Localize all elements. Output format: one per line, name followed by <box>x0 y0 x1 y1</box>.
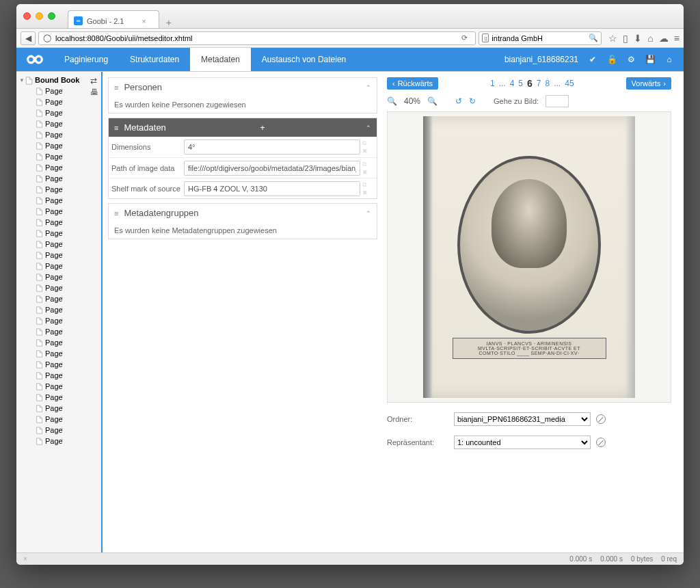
tree-page-item[interactable]: Page <box>18 337 90 348</box>
copy-icon[interactable]: ⧉ <box>362 139 377 147</box>
reload-icon[interactable]: ⟳ <box>457 34 471 42</box>
tree-page-item[interactable]: Page <box>18 173 90 184</box>
unlock-icon[interactable]: 🔓 <box>607 55 617 64</box>
app-logo-icon[interactable] <box>25 49 45 70</box>
minimize-window-button[interactable] <box>36 12 43 20</box>
panel-header-personen[interactable]: ≡ Personen ⌃ <box>109 78 377 96</box>
search-input[interactable] <box>492 34 586 42</box>
tree-page-item[interactable]: Page <box>18 359 90 370</box>
home-icon[interactable]: ⌂ <box>647 33 653 44</box>
tree-page-item[interactable]: Page <box>18 107 90 118</box>
home-app-icon[interactable]: ⌂ <box>664 55 674 64</box>
tree-page-item[interactable]: Page <box>18 425 90 436</box>
pagination-page[interactable]: 7 <box>537 79 541 88</box>
close-status-icon[interactable]: × <box>23 555 27 563</box>
tree-page-item[interactable]: Page <box>18 403 90 414</box>
tab-paginierung[interactable]: Paginierung <box>53 48 119 71</box>
save-icon[interactable]: 💾 <box>645 55 655 64</box>
tree-page-item[interactable]: Page <box>18 348 90 359</box>
repr-select[interactable]: 1: uncounted <box>454 436 591 449</box>
tree-page-item[interactable]: Page <box>18 304 90 315</box>
tree-page-item[interactable]: Page <box>18 293 90 304</box>
ordner-select[interactable]: bianjani_PPN618686231_media <box>454 412 591 426</box>
tree-page-item[interactable]: Page <box>18 381 90 392</box>
link-icon[interactable]: ⇄ <box>90 76 98 85</box>
tree-root-item[interactable]: ▼Bound Book <box>18 75 90 85</box>
meta-input-path[interactable] <box>184 161 360 176</box>
tree-page-item[interactable]: Page <box>18 436 90 446</box>
meta-input-shelf[interactable] <box>184 181 360 196</box>
browser-tab[interactable]: ∞ Goobi - 2.1 × <box>68 10 159 28</box>
add-icon[interactable]: + <box>260 123 265 133</box>
tab-metadaten[interactable]: Metadaten <box>190 48 251 71</box>
meta-input-dimensions[interactable] <box>184 139 360 155</box>
tree-page-item[interactable]: Page <box>18 392 90 403</box>
tree-page-item[interactable]: Page <box>18 195 90 206</box>
tree-page-item[interactable]: Page <box>18 326 90 337</box>
url-input[interactable] <box>55 34 453 42</box>
copy-icon[interactable]: ⧉ <box>362 181 377 189</box>
zoom-in-icon[interactable]: 🔍 <box>427 96 438 106</box>
url-bar[interactable]: ◯ ⟳ <box>38 31 476 45</box>
tree-page-item[interactable]: Page <box>18 96 90 107</box>
firebug-icon[interactable]: ☁ <box>659 33 669 44</box>
pagination-page[interactable]: 45 <box>565 79 574 88</box>
delete-icon[interactable]: ✖ <box>362 148 377 155</box>
panel-header-metadaten[interactable]: ≡ Metadaten + ⌃ <box>109 118 377 137</box>
zoom-window-button[interactable] <box>48 12 55 20</box>
pagination-page[interactable]: 5 <box>518 79 523 88</box>
image-viewer[interactable]: IANVS · PLANCVS · ARIMINENSIS MVLTA·SCRI… <box>387 111 671 403</box>
star-icon[interactable]: ☆ <box>608 33 617 44</box>
tree-page-item[interactable]: Page <box>18 206 90 217</box>
clipboard-icon[interactable]: ▯ <box>623 33 628 44</box>
tree-page-item[interactable]: Page <box>18 370 90 381</box>
check-icon[interactable]: ✔ <box>588 55 597 64</box>
collapse-icon[interactable]: ⌃ <box>366 210 371 217</box>
menu-icon[interactable]: ≡ <box>674 33 679 44</box>
search-box[interactable]: g 🔍 <box>479 31 602 45</box>
tree-page-item[interactable]: Page <box>18 414 90 425</box>
tab-austausch[interactable]: Austausch von Dateien <box>251 48 357 71</box>
refresh-folder-icon[interactable] <box>596 414 606 424</box>
zoom-out-icon[interactable]: 🔍 <box>387 96 397 106</box>
delete-icon[interactable]: ✖ <box>362 169 377 176</box>
tree-page-item[interactable]: Page <box>18 184 90 195</box>
gear-icon[interactable]: ⚙ <box>626 55 636 64</box>
tree-page-item[interactable]: Page <box>18 151 90 162</box>
pagination-page[interactable]: 8 <box>546 79 550 88</box>
new-tab-button[interactable]: + <box>162 17 176 28</box>
tree-page-item[interactable]: Page <box>18 260 90 271</box>
tree-page-item[interactable]: Page <box>18 217 90 228</box>
copy-icon[interactable]: ⧉ <box>362 161 377 168</box>
tab-strukturdaten[interactable]: Strukturdaten <box>119 48 190 71</box>
rotate-left-icon[interactable]: ↺ <box>455 96 462 106</box>
tree-page-item[interactable]: Page <box>18 315 90 326</box>
prev-button[interactable]: ‹Rückwärts <box>387 77 438 90</box>
pagination-page[interactable]: 1 <box>490 79 495 88</box>
close-tab-icon[interactable]: × <box>142 17 146 25</box>
tree-page-item[interactable]: Page <box>18 250 90 260</box>
tree-page-item[interactable]: Page <box>18 271 90 282</box>
refresh-repr-icon[interactable] <box>596 438 606 447</box>
tree-page-item[interactable]: Page <box>18 162 90 173</box>
tree-page-item[interactable]: Page <box>18 118 90 129</box>
goto-input[interactable] <box>546 95 569 107</box>
tree-page-item[interactable]: Page <box>18 140 90 151</box>
print-icon[interactable]: 🖶 <box>90 88 98 97</box>
close-window-button[interactable] <box>23 12 31 20</box>
pagination-page[interactable]: 4 <box>510 79 515 88</box>
goto-label: Gehe zu Bild: <box>494 97 539 105</box>
tree-page-item[interactable]: Page <box>18 85 90 96</box>
tree-page-item[interactable]: Page <box>18 282 90 293</box>
tree-page-item[interactable]: Page <box>18 228 90 239</box>
collapse-icon[interactable]: ⌃ <box>366 124 371 131</box>
delete-icon[interactable]: ✖ <box>362 189 377 196</box>
download-icon[interactable]: ⬇ <box>634 33 642 44</box>
tree-page-item[interactable]: Page <box>18 239 90 250</box>
back-button[interactable]: ◀ <box>21 31 36 45</box>
panel-header-gruppen[interactable]: ≡ Metadatengruppen ⌃ <box>109 204 377 222</box>
next-button[interactable]: Vorwärts› <box>626 77 671 90</box>
collapse-icon[interactable]: ⌃ <box>366 84 371 91</box>
rotate-right-icon[interactable]: ↻ <box>469 96 476 106</box>
tree-page-item[interactable]: Page <box>18 129 90 140</box>
